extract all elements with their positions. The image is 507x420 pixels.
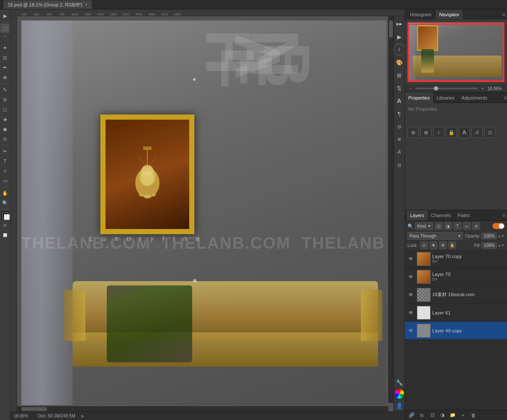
tool-shape[interactable]: ▭ xyxy=(0,176,10,185)
blend-mode-dropdown[interactable]: Pass Through ▼ xyxy=(407,232,463,240)
play-icon[interactable]: ▶ xyxy=(393,31,405,43)
tool-clone[interactable]: ⊘ xyxy=(0,95,10,104)
layer-item-layer49copy[interactable]: 👁 Layer 49 copy xyxy=(405,322,507,340)
filter-adjust-icon[interactable]: ◑ xyxy=(444,222,452,230)
tab-adjustments[interactable]: Adjustments xyxy=(458,93,491,103)
info-icon[interactable]: i xyxy=(393,44,405,56)
layer-item-layer70[interactable]: 👁 Layer 70 fx ▾ xyxy=(405,268,507,286)
canvas-scrollbar-horizontal[interactable] xyxy=(17,406,388,411)
zoom-out-btn[interactable]: − xyxy=(407,85,413,91)
filter-type-icon[interactable]: T xyxy=(454,222,461,230)
document-tab[interactable]: 16.psd @ 18.1% (Group 2, RGB/8*) × xyxy=(3,0,92,9)
opacity-value[interactable]: 100% xyxy=(481,233,497,239)
lock-transform-btn[interactable]: ⊠ xyxy=(439,241,447,249)
tool-move[interactable]: ▶ xyxy=(0,11,10,21)
panel-menu-icon[interactable]: ≡ xyxy=(502,12,505,18)
tool-brush[interactable]: ✎ xyxy=(0,85,10,94)
icon-typeAI[interactable]: A xyxy=(472,127,483,138)
tool-hand[interactable]: ✋ xyxy=(0,188,10,198)
scroll-thumb-h[interactable] xyxy=(21,407,47,411)
zoom-in-btn[interactable]: + xyxy=(480,85,486,91)
tab-libraries[interactable]: Libraries xyxy=(433,93,458,103)
eye-icon-16sucai[interactable]: 👁 xyxy=(407,291,415,299)
scroll-thumb-v[interactable] xyxy=(389,21,393,38)
canvas-viewport[interactable]: THELANB.COM THELANB.COM THELANB.COM THEL… xyxy=(17,16,393,411)
palette-icon[interactable]: 🎨 xyxy=(393,56,405,68)
table-icon[interactable]: ⊞ xyxy=(393,69,405,81)
icon-layers2[interactable]: ⊞ xyxy=(407,127,419,138)
layer-list[interactable]: 👁 Layer 70 copy fx ▾ 👁 Lay xyxy=(405,250,507,410)
person-icon[interactable]: 👤 xyxy=(393,399,405,411)
tool-eyedropper[interactable]: ✒ xyxy=(0,63,10,72)
eye-icon-layer70[interactable]: 👁 xyxy=(407,273,415,281)
new-layer-btn[interactable]: + xyxy=(459,411,467,419)
tool-heal[interactable]: ⊕ xyxy=(0,73,10,82)
text-tool-icon[interactable]: A xyxy=(393,95,405,107)
tool-eraser[interactable]: ◻ xyxy=(0,105,10,114)
lock-all-btn[interactable]: 🔒 xyxy=(448,241,456,249)
tool-dodge[interactable]: ⊙ xyxy=(0,134,10,144)
tool-zoom[interactable]: 🔍 xyxy=(0,198,10,208)
tool-gradient[interactable]: ◈ xyxy=(0,115,10,124)
prop-menu-icon[interactable]: ≡ xyxy=(504,95,507,101)
fill-value[interactable]: 100% xyxy=(481,242,497,249)
filter-toggle[interactable] xyxy=(492,223,504,229)
filter-smart-icon[interactable]: ⊘ xyxy=(472,222,480,230)
collapse-icon[interactable]: ▶▶ xyxy=(393,18,405,30)
tool-blur[interactable]: ◉ xyxy=(0,124,10,134)
canvas-image: THELANB.COM THELANB.COM THELANB.COM THEL… xyxy=(21,21,387,405)
tool-crop[interactable]: ⊡ xyxy=(0,53,10,62)
icon-typeA[interactable]: A xyxy=(459,127,470,138)
add-mask-btn[interactable]: ⊡ xyxy=(428,411,437,419)
icon-clip[interactable]: ⊡ xyxy=(484,127,495,138)
new-fill-btn[interactable]: ◑ xyxy=(438,411,447,419)
eye-icon-layer61[interactable]: 👁 xyxy=(407,308,415,317)
layer-icon2[interactable]: ⊟ xyxy=(393,120,405,132)
canvas-scrollbar-vertical[interactable] xyxy=(388,16,393,403)
tool-pen[interactable]: ✏ xyxy=(0,147,10,156)
icon-transform2[interactable]: ⊠ xyxy=(420,127,431,138)
new-group-btn[interactable]: 📁 xyxy=(448,411,457,419)
layer-item-16sucai[interactable]: 👁 16素材 16sucai.com xyxy=(405,286,507,304)
icon-warp[interactable]: ⊹ xyxy=(433,127,444,138)
transform-icon[interactable]: ⊠ xyxy=(393,133,405,145)
tool-screen-mode[interactable]: ⬜ xyxy=(0,230,10,240)
tab-channels[interactable]: Channels xyxy=(428,210,454,220)
rect2-icon[interactable]: ⊟ xyxy=(393,159,405,171)
layer-item-layer61[interactable]: 👁 Layer 61 xyxy=(405,304,507,322)
layer-item-layer70copy[interactable]: 👁 Layer 70 copy fx ▾ xyxy=(405,250,507,268)
paragraph-icon[interactable]: ¶ xyxy=(393,108,405,120)
kind-dropdown[interactable]: Kind ▼ xyxy=(415,222,433,230)
tab-navigator[interactable]: Navigator xyxy=(436,10,463,19)
tool-lasso[interactable]: ⌒ xyxy=(0,33,10,43)
wrench-icon[interactable]: 🔧 xyxy=(393,376,405,388)
tool-path-select[interactable]: ⊹ xyxy=(0,166,10,176)
filter-pixel-icon[interactable]: ⊡ xyxy=(435,222,443,230)
add-style-btn[interactable]: fx xyxy=(418,411,426,419)
ruler-tick: 400 xyxy=(43,13,56,16)
lock-pixel-btn[interactable]: ⊡ xyxy=(420,241,428,249)
eye-icon-layer49copy[interactable]: 👁 xyxy=(407,326,415,335)
adjustments-icon[interactable]: ⇅ xyxy=(393,82,405,94)
icon-lock2[interactable]: 🔒 xyxy=(446,127,457,138)
link-layers-btn[interactable]: 🔗 xyxy=(407,411,416,419)
layers-menu-btn[interactable]: ≡ xyxy=(502,212,505,218)
text2-icon[interactable]: A xyxy=(393,146,405,158)
tab-paths[interactable]: Paths xyxy=(454,210,473,220)
tab-properties[interactable]: Properties xyxy=(405,93,433,103)
eye-icon-layer70copy[interactable]: 👁 xyxy=(407,255,415,263)
colorwheel-icon[interactable] xyxy=(395,389,404,399)
filter-shape-icon[interactable]: ▭ xyxy=(463,222,471,230)
tool-foreground-color[interactable] xyxy=(1,211,9,219)
tab-close[interactable]: × xyxy=(85,2,88,7)
tab-layers[interactable]: Layers xyxy=(407,210,428,220)
delete-layer-btn[interactable]: 🗑 xyxy=(469,411,478,419)
status-arrow[interactable]: ▶ xyxy=(81,414,85,418)
tool-quick-select[interactable]: ✦ xyxy=(0,43,10,53)
zoom-slider[interactable] xyxy=(415,88,478,89)
tab-histogram[interactable]: Histogram xyxy=(407,10,435,19)
tool-quick-mask[interactable]: ⊡ xyxy=(0,220,10,230)
tool-type[interactable]: T xyxy=(0,156,10,166)
lock-position-btn[interactable]: ✚ xyxy=(430,241,437,249)
tool-marquee[interactable]: ⬚ xyxy=(0,23,10,33)
